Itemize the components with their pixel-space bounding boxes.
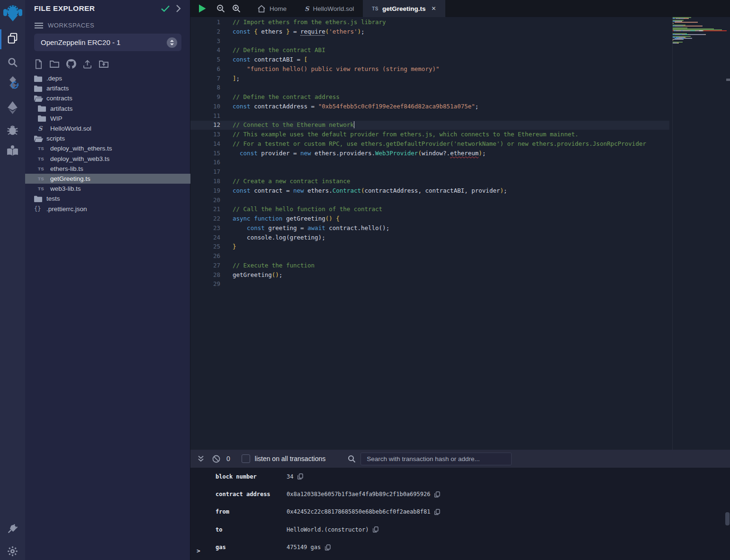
copy-icon[interactable] — [373, 526, 379, 533]
new-folder-icon — [49, 59, 60, 69]
code-line-28: getGreeting(); — [233, 270, 646, 280]
file-tree-item-label: artifacts — [46, 85, 69, 92]
check-icon[interactable] — [161, 5, 170, 12]
folder-closed-icon — [34, 75, 46, 82]
upload-button[interactable] — [82, 59, 92, 69]
file-tree-item-contracts[interactable]: contracts — [25, 93, 190, 103]
file-tree-item-tests[interactable]: tests — [25, 194, 190, 204]
terminal-toolbar: 0 listen on all transactions — [190, 450, 730, 468]
code-line-19: const contract = new ethers.Contract(con… — [233, 186, 646, 196]
file-tree-item-label: deploy_with_ethers.ts — [50, 145, 112, 152]
iconbar-plugin-manager[interactable] — [0, 522, 25, 534]
code-line-24: console.log(greeting); — [233, 233, 646, 242]
workspace-select[interactable]: OpenZeppelin ERC20 - 1 — [34, 34, 181, 51]
file-tree-item-label: .prettierrc.json — [46, 205, 87, 213]
close-tab-icon[interactable]: ✕ — [431, 5, 436, 12]
file-tree-item--deps[interactable]: .deps — [25, 73, 190, 83]
file-tree-item--prettierrc-json[interactable]: {}.prettierrc.json — [25, 204, 190, 213]
iconbar-debugger[interactable] — [0, 124, 25, 136]
folder-closed-icon — [34, 85, 46, 92]
upload-icon — [82, 59, 92, 69]
folder-up-button[interactable] — [99, 59, 109, 69]
workspaces-menu-icon[interactable] — [34, 22, 44, 29]
zoom-out-icon[interactable] — [216, 4, 225, 13]
iconbar-solidity-compiler[interactable] — [0, 76, 25, 91]
typescript-file-icon: TS — [38, 166, 50, 171]
copy-icon[interactable] — [434, 491, 440, 498]
file-explorer-panel: FILE EXPLORER WORKSPACES OpenZeppelin ER… — [25, 0, 190, 560]
listen-transactions-checkbox[interactable] — [242, 454, 250, 463]
file-toolbar — [34, 59, 109, 69]
code-line-10: const contractAddress = "0xb54febb5c0c0f… — [233, 102, 646, 111]
folder-closed-icon — [34, 196, 46, 202]
code-line-15: const provider = new ethers.providers.We… — [233, 149, 646, 158]
file-tree-item-deploy-with-web3-ts[interactable]: TSdeploy_with_web3.ts — [25, 154, 190, 164]
file-tree-item-deploy-with-ethers-ts[interactable]: TSdeploy_with_ethers.ts — [25, 143, 190, 153]
run-script-button[interactable] — [198, 4, 207, 13]
tab-helloworld-sol[interactable]: SHelloWorld.sol — [296, 0, 363, 17]
code-line-17 — [233, 167, 646, 177]
tx-detail-label: block number — [216, 473, 312, 480]
file-tree-item-label: WIP — [50, 115, 63, 122]
editor-scrollbar-thumb[interactable] — [726, 79, 730, 81]
workspaces-label: WORKSPACES — [48, 22, 94, 29]
file-tree-item-label: getGreeting.ts — [50, 175, 90, 182]
file-tree-item-web3-lib-ts[interactable]: TSweb3-lib.ts — [25, 184, 190, 194]
folder-closed-icon — [38, 105, 50, 112]
terminal-scrollbar-thumb[interactable] — [725, 512, 730, 525]
iconbar-remix-logo[interactable] — [0, 3, 25, 22]
terminal-search-input[interactable] — [360, 453, 512, 465]
file-tree-item-artifacts[interactable]: artifacts — [25, 104, 190, 114]
file-tree-item-label: scripts — [46, 135, 65, 142]
new-folder-button[interactable] — [49, 59, 60, 69]
tab-label: Home — [270, 5, 287, 12]
tx-detail-label: gas — [216, 544, 312, 551]
side-icon-bar — [0, 0, 25, 560]
code-line-21: // Call the hello function of the contra… — [233, 204, 646, 214]
chevron-right-icon[interactable] — [175, 4, 181, 13]
json-file-icon: {} — [34, 205, 46, 212]
copy-icon[interactable] — [325, 544, 331, 551]
file-tree-item-label: artifacts — [50, 105, 72, 112]
tx-detail-row-gas: gas475149 gas — [190, 539, 730, 556]
file-tree-item-ethers-lib-ts[interactable]: TSethers-lib.ts — [25, 164, 190, 174]
file-explorer-icon — [7, 32, 18, 44]
github-button[interactable] — [66, 59, 76, 69]
file-tree-item-label: web3-lib.ts — [50, 185, 81, 192]
code-line-12: // Connect to the Ethereum network — [233, 120, 646, 130]
terminal-output[interactable]: block number34contract address0x8a120383… — [190, 468, 730, 560]
copy-icon[interactable] — [434, 509, 440, 515]
tx-detail-row-block-number: block number34 — [190, 468, 730, 485]
tx-detail-row-to: toHelloWorld.(constructor) — [190, 521, 730, 538]
editor-tab-bar: HomeSHelloWorld.solTSgetGreeting.ts✕ — [190, 0, 730, 17]
iconbar-deploy-run[interactable] — [0, 101, 25, 115]
code-line-14: // For a testnet or custom RPC, use ethe… — [233, 139, 646, 149]
listen-transactions-label[interactable]: listen on all transactions — [255, 455, 325, 462]
iconbar-settings[interactable] — [0, 545, 25, 557]
new-file-button[interactable] — [34, 59, 43, 69]
expand-terminal-icon[interactable] — [197, 455, 205, 462]
code-line-7: ]; — [233, 74, 646, 83]
code-line-22: async function getGreeting() { — [233, 214, 646, 223]
zoom-in-icon[interactable] — [232, 4, 241, 13]
file-tree-item-helloworld-sol[interactable]: SHelloWorld.sol — [25, 124, 190, 133]
code-line-3 — [233, 36, 646, 46]
file-tree-item-artifacts[interactable]: artifacts — [25, 83, 190, 93]
file-tree-item-getgreeting-ts[interactable]: TSgetGreeting.ts — [25, 174, 190, 184]
clear-console-icon[interactable] — [212, 455, 220, 463]
typescript-file-icon: TS — [38, 186, 50, 191]
code-line-23: const greeting = await contract.hello(); — [233, 223, 646, 233]
code-line-9: // Define the contract address — [233, 92, 646, 102]
file-tree-item-wip[interactable]: WIP — [25, 114, 190, 124]
debugger-icon — [6, 124, 19, 136]
terminal-prompt[interactable]: > — [197, 547, 200, 554]
iconbar-search[interactable] — [0, 56, 25, 68]
iconbar-file-explorer[interactable] — [0, 32, 25, 44]
minimap[interactable] — [672, 17, 727, 450]
code-editor[interactable]: 1234567891011121314151617181920212223242… — [190, 17, 730, 450]
pending-tx-count: 0 — [226, 455, 230, 462]
iconbar-learneth[interactable] — [0, 145, 25, 157]
tab-getgreeting-ts[interactable]: TSgetGreeting.ts✕ — [363, 0, 445, 17]
file-tree-item-scripts[interactable]: scripts — [25, 133, 190, 143]
tab-home[interactable]: Home — [248, 0, 296, 17]
